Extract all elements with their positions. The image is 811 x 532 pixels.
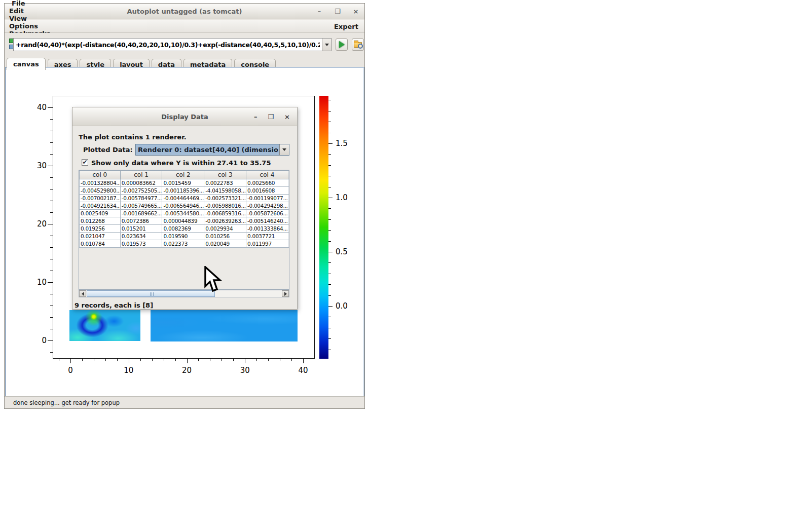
table-cell[interactable]: -0.001199077... [246, 195, 288, 202]
maximize-icon[interactable]: ❒ [334, 8, 341, 15]
table-cell[interactable]: 0.0025409 [80, 210, 121, 217]
column-header[interactable]: col 2 [162, 171, 204, 179]
table-row: 0.0107840.0195730.0223730.0200490.011997… [80, 240, 290, 248]
close-icon[interactable]: × [352, 8, 359, 15]
table-cell[interactable]: 0.019573 [120, 240, 162, 248]
horizontal-scrollbar[interactable] [79, 290, 289, 297]
column-header[interactable]: col 0 [80, 171, 121, 179]
table-row: 0.0192560.0152010.00823690.0029934-0.001… [80, 225, 290, 233]
table-cell[interactable]: -0.004464469... [162, 195, 204, 202]
table-cell[interactable]: -0.004921634... [80, 202, 121, 210]
table-cell[interactable]: 0.011997 [246, 240, 288, 248]
plotted-data-select[interactable]: Renderer 0: dataset[40,40] (dimension... [135, 144, 289, 156]
go-button[interactable] [336, 39, 348, 51]
table-cell[interactable]: -0.002573321... [204, 195, 246, 202]
filter-checkbox[interactable]: ✔ [82, 159, 88, 166]
table-cell[interactable]: -0.005146240... [246, 217, 288, 225]
table-cell[interactable]: -0.0 [288, 233, 289, 240]
table-cell[interactable]: 0.020049 [204, 240, 246, 248]
table-cell[interactable]: -0.001328804... [80, 179, 121, 187]
menu-view[interactable]: View [5, 15, 55, 22]
table-cell[interactable]: -0.005784977... [120, 195, 162, 202]
table-cell[interactable]: -0.005872606... [246, 210, 288, 217]
table-cell[interactable]: 0.010784 [80, 240, 121, 248]
table-cell[interactable]: -0.005749665... [120, 202, 162, 210]
table-cell[interactable]: -0.004294298... [246, 202, 288, 210]
table-cell[interactable]: -4.041598058... [204, 187, 246, 195]
scroll-right-icon[interactable] [282, 290, 289, 297]
status-message: done sleeping... get ready for popup [13, 399, 120, 406]
window-titlebar[interactable]: Autoplot untagged (as tomcat) – ❒ × [5, 4, 364, 19]
scrollbar-thumb[interactable] [87, 290, 215, 297]
table-cell[interactable]: 0.015201 [120, 225, 162, 233]
table-cell[interactable]: -0.0 [288, 202, 289, 210]
column-header[interactable] [288, 171, 289, 179]
table-cell[interactable]: -0.005988016... [204, 202, 246, 210]
table-cell[interactable]: 0.0082369 [162, 225, 204, 233]
table-cell[interactable]: -0.001689662... [120, 210, 162, 217]
column-header[interactable]: col 1 [120, 171, 162, 179]
table-cell[interactable]: 0.000044839 [162, 217, 204, 225]
table-cell[interactable]: 0.0072386 [120, 217, 162, 225]
dialog-titlebar[interactable]: Display Data – ❒ × [72, 107, 297, 126]
table-cell[interactable]: -0.001185396... [162, 187, 204, 195]
table-cell[interactable]: 0.0029934 [204, 225, 246, 233]
scroll-left-icon[interactable] [79, 290, 86, 297]
status-bar: done sleeping... get ready for popup [5, 396, 364, 408]
table-cell[interactable]: 0.000083662 [120, 179, 162, 187]
menu-bar: FileEditViewOptionsBookmarksToolsHelp Ex… [5, 20, 364, 33]
table-cell[interactable]: 0.019590 [162, 233, 204, 240]
table-cell[interactable]: 0.00 [288, 187, 289, 195]
table-cell[interactable]: 0.00 [288, 240, 289, 248]
table-cell[interactable]: -0.007002187... [80, 195, 121, 202]
table-cell[interactable]: -0.0 [288, 210, 289, 217]
data-table-viewport[interactable]: col 0col 1col 2col 3col 4-0.001328804...… [79, 170, 289, 290]
column-header[interactable]: col 4 [246, 171, 288, 179]
desktop: Autoplot untagged (as tomcat) – ❒ × File… [0, 0, 811, 532]
dialog-close-icon[interactable]: × [284, 113, 290, 121]
table-cell[interactable]: -0.002639263... [204, 217, 246, 225]
expert-toggle[interactable]: Expert [334, 20, 358, 33]
dialog-minimize-icon[interactable]: – [254, 113, 257, 121]
table-cell[interactable]: 0.0016608 [246, 187, 288, 195]
minimize-icon[interactable]: – [316, 8, 323, 15]
menu-edit[interactable]: Edit [5, 7, 55, 15]
table-cell[interactable]: 0.022373 [162, 240, 204, 248]
table-cell[interactable]: 0.023634 [120, 233, 162, 240]
dialog-maximize-icon[interactable]: ❒ [268, 113, 274, 121]
table-cell[interactable]: -0.004529800... [80, 187, 121, 195]
table-cell[interactable]: 0.00 [288, 195, 289, 202]
table-cell[interactable]: -0.0 [288, 225, 289, 233]
table-cell[interactable]: 0.019256 [80, 225, 121, 233]
table-cell[interactable]: 0.0037721 [246, 233, 288, 240]
column-header[interactable]: col 3 [204, 171, 246, 179]
table-cell[interactable]: -0.001333864... [246, 225, 288, 233]
uri-input[interactable] [13, 38, 331, 51]
table-row: 0.0025409-0.001689662...-0.005344580...-… [80, 210, 290, 217]
renderer-count-text: The plot contains 1 renderer. [79, 133, 187, 141]
table-cell[interactable]: 0.00 [288, 179, 289, 187]
table-row: -0.001328804...0.0000836620.00154590.002… [80, 179, 290, 187]
table-cell[interactable]: 0.0022783 [204, 179, 246, 187]
display-data-dialog: Display Data – ❒ × The plot contains 1 r… [72, 107, 298, 310]
inspect-uri-button[interactable] [352, 39, 364, 51]
colorbar[interactable] [319, 96, 328, 359]
table-cell[interactable]: 0.021047 [80, 233, 121, 240]
table-cell[interactable]: 0.010256 [204, 233, 246, 240]
table-cell[interactable]: 0.0015459 [162, 179, 204, 187]
menu-file[interactable]: File [5, 0, 55, 7]
play-icon [339, 41, 345, 48]
uri-dropdown-button[interactable] [322, 39, 331, 51]
uri-toolbar [5, 33, 364, 57]
tab-canvas[interactable]: canvas [7, 58, 46, 70]
combo-chevron-down-icon [279, 144, 289, 155]
table-cell[interactable]: 0.012268 [80, 217, 121, 225]
table-cell[interactable]: -0.006564946... [162, 202, 204, 210]
menu-options[interactable]: Options [5, 22, 55, 30]
records-summary: 9 records, each is [8] [75, 301, 153, 309]
table-cell[interactable]: -0.002752505... [120, 187, 162, 195]
table-cell[interactable]: -0.006859316... [204, 210, 246, 217]
table-cell[interactable]: -0.0 [288, 217, 289, 225]
table-cell[interactable]: 0.0025660 [246, 179, 288, 187]
table-cell[interactable]: -0.005344580... [162, 210, 204, 217]
